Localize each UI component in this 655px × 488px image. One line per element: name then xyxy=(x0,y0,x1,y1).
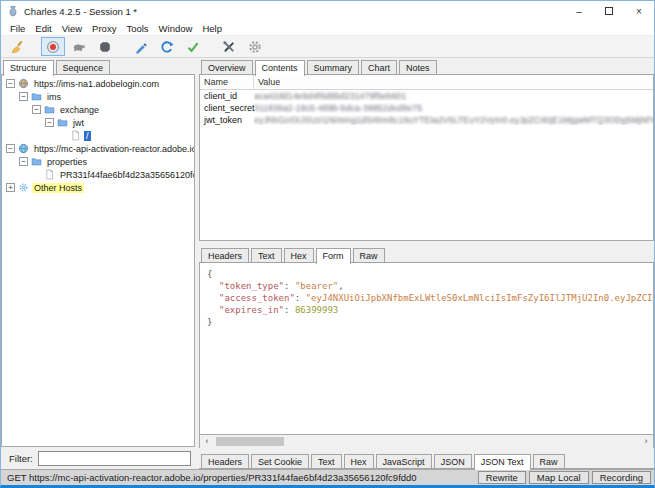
horizontal-scrollbar[interactable]: ‹ › xyxy=(199,435,654,448)
throttle-button[interactable] xyxy=(67,37,91,56)
charles-app-icon xyxy=(7,5,19,17)
collapse-icon[interactable]: − xyxy=(6,144,15,153)
tab-req-hex[interactable]: Hex xyxy=(284,248,314,263)
tree-node-folder-jwt[interactable]: − jwt xyxy=(2,116,194,129)
table-row[interactable]: client_secret 311836a2-19c5-489b-bdca-39… xyxy=(200,102,653,114)
tree-node-label: ims xyxy=(45,92,63,102)
collapse-icon[interactable]: − xyxy=(45,118,54,127)
tab-chart[interactable]: Chart xyxy=(361,60,397,75)
tree-node-host-ims[interactable]: − https://ims-na1.adobelogin.com xyxy=(2,77,194,90)
octagon-icon xyxy=(98,40,112,54)
json-key: "access_token" xyxy=(219,293,295,303)
tree-node-request-property[interactable]: PR331f44fae6bf4d23a35656120fc9fdd0 xyxy=(2,168,194,181)
clear-session-button[interactable] xyxy=(5,37,29,56)
tree-node-other-hosts[interactable]: + Other Hosts xyxy=(2,181,194,194)
main-area: Structure Sequence − https://ims-na1.ado… xyxy=(1,58,654,469)
tree-node-label: https://ims-na1.adobelogin.com xyxy=(32,79,161,89)
close-button[interactable]: × xyxy=(624,1,654,21)
param-name: jwt_token xyxy=(200,115,254,125)
tab-req-headers[interactable]: Headers xyxy=(201,248,249,263)
json-comma: , xyxy=(338,281,343,291)
json-close-brace: } xyxy=(207,317,212,327)
tab-summary[interactable]: Summary xyxy=(307,60,360,75)
tab-req-raw[interactable]: Raw xyxy=(353,248,385,263)
hosts-gear-icon xyxy=(18,182,29,193)
menu-edit[interactable]: Edit xyxy=(30,23,56,34)
tree-node-label: properties xyxy=(45,157,89,167)
menu-window[interactable]: Window xyxy=(154,23,198,34)
validate-button[interactable] xyxy=(181,37,205,56)
wrench-screwdriver-icon xyxy=(222,40,236,54)
rewrite-status-button[interactable]: Rewrite xyxy=(478,471,526,484)
table-row[interactable]: client_id aca42dd14e9d4f6d8bd231479f5eb6… xyxy=(200,90,653,102)
tree-node-host-reactor[interactable]: − https://mc-api-activation-reactor.adob… xyxy=(2,142,194,155)
recording-status-button[interactable]: Recording xyxy=(592,471,651,484)
collapse-icon[interactable]: − xyxy=(19,92,28,101)
tree-node-label: exchange xyxy=(58,105,101,115)
tab-req-form[interactable]: Form xyxy=(316,248,351,264)
compose-button[interactable] xyxy=(129,37,153,56)
tab-resp-headers[interactable]: Headers xyxy=(201,454,249,469)
collapse-icon[interactable]: − xyxy=(6,79,15,88)
current-request-url: GET https://mc-api-activation-reactor.ad… xyxy=(1,472,478,483)
tab-resp-json-text[interactable]: JSON Text xyxy=(474,454,531,470)
minimize-button[interactable]: – xyxy=(564,1,594,21)
tree-node-request-root[interactable]: / xyxy=(2,129,194,142)
settings-button[interactable] xyxy=(243,37,267,56)
map-local-status-button[interactable]: Map Local xyxy=(529,471,589,484)
maximize-icon xyxy=(605,7,613,15)
pen-icon xyxy=(134,40,148,54)
tab-resp-set-cookie[interactable]: Set Cookie xyxy=(251,454,309,469)
globe-icon xyxy=(18,143,29,154)
menu-file[interactable]: File xyxy=(5,23,30,34)
tab-resp-javascript[interactable]: JavaScript xyxy=(376,454,432,469)
tab-resp-raw[interactable]: Raw xyxy=(533,454,565,469)
json-string-value: "bearer" xyxy=(295,281,338,291)
tree-node-label-selected: / xyxy=(84,131,91,141)
expand-icon[interactable]: + xyxy=(6,183,15,192)
tree-node-folder-exchange[interactable]: − exchange xyxy=(2,103,194,116)
tab-resp-text[interactable]: Text xyxy=(311,454,342,469)
menu-proxy[interactable]: Proxy xyxy=(87,23,121,34)
collapse-icon[interactable]: − xyxy=(32,105,41,114)
minimize-icon: – xyxy=(576,6,582,17)
detail-tab-bar: Overview Contents Summary Chart Notes xyxy=(199,58,654,75)
breakpoints-button[interactable] xyxy=(93,37,117,56)
scrollbar-thumb[interactable] xyxy=(216,437,284,446)
param-value-blurred: eyJhbGciOiJSUzI1NiIsIng1dSI6Imltc19uYTEt… xyxy=(254,115,653,125)
column-header-name[interactable]: Name xyxy=(200,75,254,89)
tab-overview[interactable]: Overview xyxy=(201,60,253,75)
scroll-left-icon[interactable]: ‹ xyxy=(200,435,214,448)
scroll-right-icon[interactable]: › xyxy=(639,435,653,448)
tab-resp-json[interactable]: JSON xyxy=(434,454,472,469)
response-format-tab-bar: Headers Set Cookie Text Hex JavaScript J… xyxy=(199,448,654,469)
tree-node-folder-ims[interactable]: − ims xyxy=(2,90,194,103)
maximize-button[interactable] xyxy=(594,1,624,21)
scrollbar-track[interactable] xyxy=(214,435,639,448)
filter-input[interactable] xyxy=(38,451,191,466)
tab-sequence[interactable]: Sequence xyxy=(56,60,111,75)
json-colon: : xyxy=(284,305,295,315)
document-icon xyxy=(70,130,81,141)
tools-button[interactable] xyxy=(217,37,241,56)
tab-notes[interactable]: Notes xyxy=(399,60,437,75)
table-row[interactable]: jwt_token eyJhbGciOiJSUzI1NiIsIng1dSI6Im… xyxy=(200,114,653,126)
menu-tools[interactable]: Tools xyxy=(121,23,153,34)
menu-view[interactable]: View xyxy=(57,23,87,34)
record-icon xyxy=(46,40,60,54)
column-header-value[interactable]: Value xyxy=(254,77,653,87)
tab-structure[interactable]: Structure xyxy=(3,60,54,76)
tab-resp-hex[interactable]: Hex xyxy=(344,454,374,469)
table-header: Name Value xyxy=(200,75,653,90)
collapse-icon[interactable]: − xyxy=(19,157,28,166)
record-button[interactable] xyxy=(41,37,65,56)
repeat-button[interactable] xyxy=(155,37,179,56)
check-icon xyxy=(186,40,200,54)
json-string-value: "eyJ4NXUiOiJpbXNfbmExLWtleS0xLmNlciIsImF… xyxy=(306,293,653,303)
tree-node-folder-properties[interactable]: − properties xyxy=(2,155,194,168)
tab-contents[interactable]: Contents xyxy=(255,60,305,76)
menu-help[interactable]: Help xyxy=(197,23,227,34)
tab-req-text[interactable]: Text xyxy=(251,248,282,263)
json-key: "token_type" xyxy=(219,281,284,291)
document-icon xyxy=(44,169,55,180)
